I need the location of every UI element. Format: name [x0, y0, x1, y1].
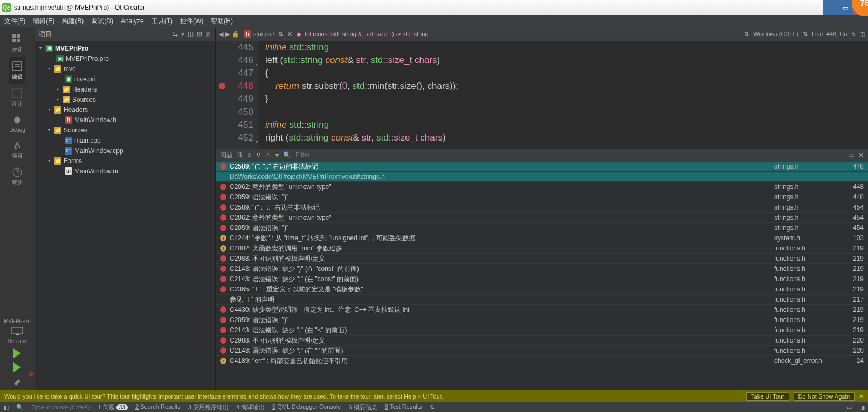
build-button[interactable]: [4, 374, 30, 390]
issues-list[interactable]: C2589: "(": "::" 右边的非法标记strings.h448D:\W…: [216, 162, 868, 390]
open-file-selector[interactable]: h strings.h ⇅: [244, 30, 283, 38]
expand-icon[interactable]: ▾: [38, 46, 43, 51]
add-icon[interactable]: ⊞: [197, 30, 202, 38]
issue-row[interactable]: C4002: 类函数宏的调用 "min" 参数过多functions.h219: [216, 243, 868, 254]
tree-item[interactable]: ▸📁Headers: [35, 84, 215, 94]
menu-item[interactable]: 文件(F): [4, 17, 25, 26]
expand-icon[interactable]: ▾: [46, 128, 52, 132]
filter-icon[interactable]: ▾: [181, 30, 184, 38]
issue-row[interactable]: C2059: 语法错误: ")"strings.h448: [216, 192, 868, 202]
locator-input[interactable]: Type to locate (Ctrl+K): [31, 404, 91, 410]
symbol-selector[interactable]: left(const std::string &, std::size_t) -…: [305, 31, 429, 37]
issue-row[interactable]: C2062: 意外的类型 "unknown-type"strings.h454: [216, 213, 868, 223]
prev-issue-icon[interactable]: ∧: [247, 151, 252, 159]
mode-设计[interactable]: 设计: [9, 84, 25, 111]
output-pane-tab[interactable]: 1 问题 33: [98, 403, 128, 411]
code-area[interactable]: inline std::stringleft (std::string cons…: [259, 41, 868, 149]
run-debug-button[interactable]: 🐞: [4, 360, 30, 374]
expand-icon[interactable]: ▾: [46, 107, 52, 112]
tree-item[interactable]: ▣mve.pri: [35, 74, 215, 84]
dismiss-tour-button[interactable]: Do Not Show Again: [794, 392, 855, 401]
menu-item[interactable]: 编辑(E): [33, 17, 54, 26]
output-pane-tab[interactable]: 5 QML Debugger Console: [272, 403, 341, 411]
sidebar-title[interactable]: 项目: [39, 30, 52, 39]
issues-title[interactable]: 问题: [220, 151, 233, 160]
nav-fwd-icon[interactable]: ▶: [225, 31, 230, 38]
close-pane-icon[interactable]: ⊠: [205, 30, 211, 38]
mode-欢迎[interactable]: 欢迎: [9, 30, 25, 57]
mode-帮助[interactable]: ?帮助: [9, 163, 25, 190]
tree-item[interactable]: ▸📁Sources: [35, 94, 215, 104]
issue-row[interactable]: C4189: "err" : 局部变量已初始化但不引用check_gl_erro…: [216, 356, 868, 366]
encoding-selector[interactable]: Windows (CRLF): [753, 31, 798, 37]
split-icon[interactable]: ◫: [188, 30, 194, 38]
project-tree[interactable]: ▾▣MVEPriPro▣MVEPriPro.pro▾📁mve▣mve.pri▸📁…: [35, 41, 215, 390]
output-pane-tab[interactable]: 4 编译输出: [236, 403, 265, 411]
close-document-icon[interactable]: ✕: [287, 31, 292, 38]
tree-item[interactable]: ▣MVEPriPro.pro: [35, 53, 215, 64]
warning-filter-icon[interactable]: ⚠: [265, 151, 271, 159]
output-pane-tab[interactable]: 8 Test Results: [385, 403, 422, 411]
tree-item[interactable]: ▾📁Headers: [35, 104, 215, 115]
toggle-sidebar-icon[interactable]: ◧: [3, 404, 9, 411]
menu-item[interactable]: Analyze: [121, 17, 144, 25]
issue-row[interactable]: C2059: 语法错误: ")"functions.h219: [216, 315, 868, 325]
issue-row[interactable]: C2988: 不可识别的模板声明/定义functions.h220: [216, 336, 868, 346]
cursor-position[interactable]: Line: 448, Col: 5: [812, 31, 855, 37]
expand-icon[interactable]: ▸: [55, 97, 60, 102]
toggle-right-sidebar-icon[interactable]: ◨: [859, 404, 865, 411]
issue-row[interactable]: C2365: "T" : 重定义；以前的定义是 "模板参数"functions.…: [216, 284, 868, 295]
issue-row[interactable]: C2062: 意外的类型 "unknown-type"strings.h448: [216, 182, 868, 192]
issue-row[interactable]: C2589: "(": "::" 右边的非法标记strings.h448: [216, 162, 868, 172]
minimize-button[interactable]: ─: [823, 0, 838, 15]
output-pane-tab[interactable]: 6 概要信息: [348, 403, 377, 411]
minimize-pane-icon[interactable]: ▭: [848, 151, 854, 159]
expand-icon[interactable]: ▾: [46, 66, 52, 71]
mode-编辑[interactable]: 编辑: [9, 57, 25, 84]
output-pane-tab[interactable]: 3 应用程序输出: [188, 403, 229, 411]
maximize-button[interactable]: ▭: [838, 0, 853, 15]
nav-back-icon[interactable]: ◀: [219, 31, 223, 38]
issue-row[interactable]: C2143: 语法错误: 缺少 ";" (在 "<" 的前面)functions…: [216, 325, 868, 336]
menu-item[interactable]: 调试(D): [91, 17, 113, 26]
expand-icon[interactable]: ▸: [55, 87, 60, 92]
next-issue-icon[interactable]: ∨: [256, 151, 261, 159]
tree-item[interactable]: ▾📁Forms: [35, 156, 215, 166]
tree-item[interactable]: ▾▣MVEPriPro: [35, 43, 215, 53]
lock-icon[interactable]: 🔒: [232, 31, 239, 38]
menu-item[interactable]: 构建(B): [62, 17, 84, 26]
issue-row[interactable]: C2143: 语法错误: 缺少 ";" (在 "" 的前面)functions.…: [216, 346, 868, 356]
tree-item[interactable]: ▾📁mve: [35, 64, 215, 74]
filter-input[interactable]: [295, 151, 844, 159]
tree-item[interactable]: c⁺MainWindow.cpp: [35, 145, 215, 156]
take-tour-button[interactable]: Take UI Tour: [746, 392, 789, 401]
menu-item[interactable]: 控件(W): [180, 17, 203, 26]
kit-selector[interactable]: MVEPriPro Release: [4, 316, 30, 346]
issue-row[interactable]: C4244: "参数" : 从 "time_t" 转换到 "unsigned i…: [216, 233, 868, 243]
output-pane-tab[interactable]: 2 Search Results: [135, 403, 181, 411]
issue-path[interactable]: D:\Works\code\QtProject\MVEPriPro\mve\ut…: [216, 172, 868, 182]
code-editor[interactable]: 445446▾447448449450451452▾ inline std::s…: [216, 41, 868, 149]
tree-item[interactable]: c⁺main.cpp: [35, 135, 215, 145]
issue-row[interactable]: C2589: "(" : "::" 右边的非法标记strings.h454: [216, 202, 868, 213]
issue-row[interactable]: C2988: 不可识别的模板声明/定义functions.h219: [216, 254, 868, 264]
close-pane-icon[interactable]: ✕: [858, 151, 864, 159]
issue-row[interactable]: C2143: 语法错误: 缺少 ";" (在 "const" 的前面)funct…: [216, 274, 868, 284]
issue-row[interactable]: C2143: 语法错误: 缺少 ")" (在 "const" 的前面)funct…: [216, 264, 868, 274]
issue-row[interactable]: 参见 "T" 的声明functions.h217: [216, 295, 868, 305]
tree-item[interactable]: hMainWindow.h: [35, 115, 215, 125]
issue-row[interactable]: C2059: 语法错误: ")"strings.h454: [216, 223, 868, 233]
split-editor-icon[interactable]: ◫: [859, 31, 865, 38]
mode-Debug[interactable]: Debug: [9, 111, 25, 136]
run-button[interactable]: [4, 346, 30, 360]
close-banner-icon[interactable]: ✕: [859, 393, 864, 400]
progress-icon[interactable]: ▭: [846, 404, 852, 411]
tree-item[interactable]: ▾📁Sources: [35, 125, 215, 135]
tree-item[interactable]: uiMainWindow.ui: [35, 166, 215, 176]
filter-icon[interactable]: ▾: [275, 151, 279, 159]
issue-row[interactable]: C4430: 缺少类型说明符 - 假定为 int。注意: C++ 不支持默认 i…: [216, 305, 868, 315]
sync-icon[interactable]: ⇆: [173, 30, 178, 38]
menu-item[interactable]: 帮助(H): [211, 17, 233, 26]
expand-icon[interactable]: ▾: [46, 158, 52, 163]
mode-项目[interactable]: 项目: [9, 136, 25, 163]
